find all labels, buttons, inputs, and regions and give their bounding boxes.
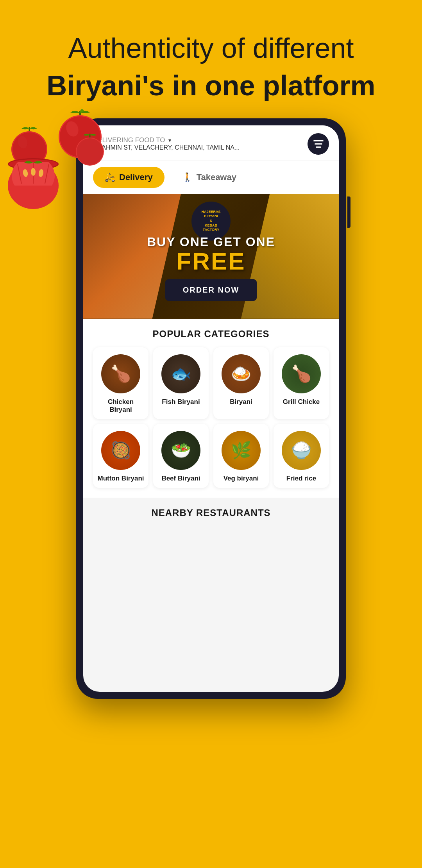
bottom-area [0,699,422,746]
nearby-section: NEARBY RESTAURANTS [83,498,339,532]
category-label: Beef Biryani [161,475,200,482]
categories-grid: 🍗Chicken Biryani🐟Fish Biryani🍛Biryani🍗Gr… [93,347,329,488]
category-image: 🥗 [161,431,200,470]
category-label: Mutton Biryani [98,475,144,482]
delivery-toggle: 🛵 Delivery 🚶 Takeaway [83,161,339,194]
category-label: Chicken Biryani [97,398,145,414]
svg-point-21 [77,138,103,165]
category-label: Fish Biryani [162,398,200,406]
filter-icon [313,140,324,148]
category-card[interactable]: 🍚Fried rice [274,424,329,488]
category-image: 🍛 [222,354,261,393]
banner-free-text: FREE [147,249,275,273]
address-bar: DELIVERING FOOD TO ▾ BRAHMIN ST, VELACHE… [83,125,339,161]
category-card[interactable]: 🍗Grill Chicke [274,347,329,419]
takeaway-icon: 🚶 [182,172,193,182]
categories-title: POPULAR CATEGORIES [93,329,329,339]
category-card[interactable]: 🥘Mutton Biryani [93,424,148,488]
category-card[interactable]: 🐟Fish Biryani [153,347,209,419]
hero-title-bold: Biryani's in one platform [16,69,406,102]
delivery-label: Delivery [119,172,153,182]
phone-side-button [347,196,350,228]
tomato-decoration [8,102,121,211]
takeaway-label: Takeaway [197,172,236,182]
filter-button[interactable] [308,133,329,155]
order-now-button[interactable]: ORDER NOW [165,279,257,301]
promo-banner: HAJEERAS BIRYANI & KEBAB FACTORY BUY ONE… [83,194,339,319]
hero-title-light: Authenticity of different [16,31,406,65]
category-label: Fried rice [286,475,316,482]
category-image: 🍗 [282,354,321,393]
banner-logo-text: HAJEERAS BIRYANI & KEBAB FACTORY [201,210,220,232]
hero-section: Authenticity of different Biryani's in o… [0,0,422,699]
category-label: Grill Chicke [283,398,320,406]
category-image: 🌿 [222,431,261,470]
category-card[interactable]: 🌿Veg biryani [213,424,269,488]
banner-promo-text: BUY ONE GET ONE [147,235,275,249]
svg-point-17 [31,168,36,176]
phone-screen: DELIVERING FOOD TO ▾ BRAHMIN ST, VELACHE… [83,125,339,692]
nearby-title: NEARBY RESTAURANTS [93,507,329,518]
category-image: 🍚 [282,431,321,470]
filter-line-3 [316,146,321,148]
takeaway-button[interactable]: 🚶 Takeaway [170,167,248,188]
filter-line-2 [315,143,322,145]
filter-line-1 [313,140,324,141]
category-card[interactable]: 🥗Beef Biryani [153,424,209,488]
banner-content: BUY ONE GET ONE FREE ORDER NOW [147,235,275,301]
category-card[interactable]: 🍗Chicken Biryani [93,347,148,419]
category-label: Veg biryani [224,475,259,482]
category-image: 🍗 [101,354,140,393]
categories-section: POPULAR CATEGORIES 🍗Chicken Biryani🐟Fish… [83,319,339,498]
category-image: 🐟 [161,354,200,393]
category-label: Biryani [230,398,252,406]
chevron-down-icon[interactable]: ▾ [168,137,171,143]
category-image: 🥘 [101,431,140,470]
category-card[interactable]: 🍛Biryani [213,347,269,419]
